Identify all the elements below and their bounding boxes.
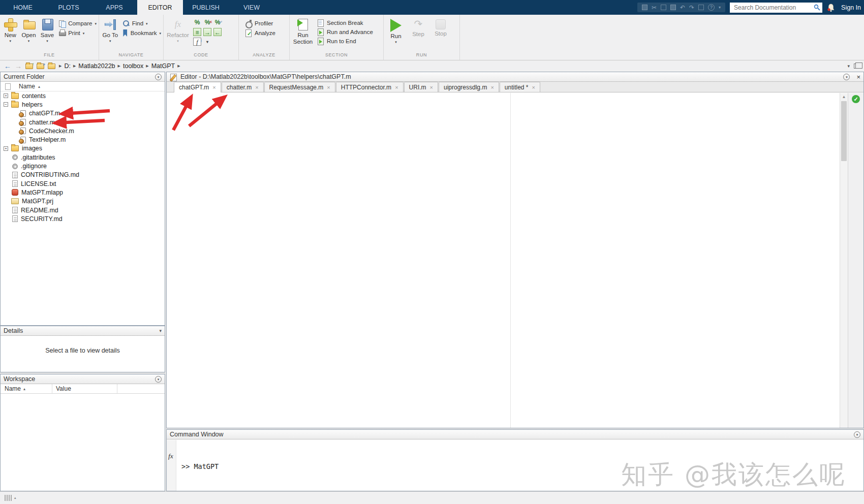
chevron-down-icon[interactable]: ▾ bbox=[159, 328, 162, 333]
tree-item[interactable]: chatGPT.m bbox=[1, 109, 165, 118]
profiler-button[interactable]: Profiler bbox=[245, 20, 275, 27]
run-button[interactable]: Run ▾ bbox=[385, 17, 407, 44]
tree-item[interactable]: +SECURITY.md bbox=[1, 214, 165, 223]
help-icon[interactable]: ? bbox=[708, 4, 715, 11]
notification-bell-icon[interactable] bbox=[827, 3, 835, 12]
scrollbar-thumb[interactable] bbox=[841, 101, 847, 161]
caret-down-icon[interactable]: ▾ bbox=[203, 38, 211, 46]
save-icon[interactable] bbox=[642, 5, 647, 10]
panel-menu-icon[interactable]: ▾ bbox=[155, 376, 162, 383]
redo-icon[interactable]: ↷ bbox=[689, 5, 694, 11]
stop-button[interactable]: Stop bbox=[429, 17, 452, 37]
tree-item[interactable]: +LICENSE.txt bbox=[1, 179, 165, 188]
tab-close-icon[interactable]: × bbox=[532, 84, 535, 90]
increase-indent-icon[interactable]: → bbox=[203, 28, 211, 36]
tree-item[interactable]: +contents bbox=[1, 91, 165, 100]
tree-item[interactable]: TextHelper.m bbox=[1, 135, 165, 144]
workspace-value-column-header[interactable]: Value bbox=[52, 384, 117, 393]
editor-tab[interactable]: RequestMessage.m× bbox=[264, 82, 335, 92]
panel-menu-icon[interactable]: ▾ bbox=[155, 74, 162, 80]
breadcrumb-segment[interactable]: Matlab2022b bbox=[78, 62, 115, 70]
tree-item[interactable]: +.gitattributes bbox=[1, 153, 165, 162]
tab-close-icon[interactable]: × bbox=[490, 84, 493, 90]
run-to-end-button[interactable]: Run to End bbox=[317, 38, 373, 45]
find-button[interactable]: Find ▾ bbox=[122, 20, 161, 27]
chevron-down-icon[interactable]: ▾ bbox=[847, 64, 850, 69]
tree-item[interactable]: +images bbox=[1, 144, 165, 153]
tab-apps[interactable]: APPS bbox=[91, 0, 137, 15]
decrease-indent-icon[interactable]: ← bbox=[213, 28, 222, 36]
tab-publish[interactable]: PUBLISH bbox=[183, 0, 229, 15]
goto-button[interactable]: Go To ▾ bbox=[100, 17, 120, 43]
tab-close-icon[interactable]: × bbox=[430, 84, 433, 90]
switch-window-icon[interactable] bbox=[698, 5, 704, 10]
sign-in-link[interactable]: Sign In bbox=[841, 4, 861, 11]
panel-menu-icon[interactable]: ▾ bbox=[843, 74, 850, 80]
browse-folder-icon[interactable]: ⌕ bbox=[37, 64, 44, 69]
new-button[interactable]: New ▾ bbox=[1, 17, 19, 43]
print-button[interactable]: Print ▾ bbox=[58, 29, 97, 37]
cut-icon[interactable]: ✂ bbox=[652, 5, 657, 11]
paste-icon[interactable] bbox=[670, 5, 676, 10]
save-button[interactable]: Save ▾ bbox=[38, 17, 56, 43]
breadcrumb-segment[interactable]: toolbox bbox=[122, 62, 144, 70]
analyze-button[interactable]: Analyze bbox=[245, 29, 275, 37]
breadcrumb-segment[interactable]: D: bbox=[64, 62, 71, 70]
tab-editor[interactable]: EDITOR bbox=[137, 0, 183, 15]
function-hints-icon[interactable]: fi bbox=[193, 38, 201, 46]
editor-tab[interactable]: HTTPConnector.m× bbox=[336, 82, 404, 92]
tree-item[interactable]: +CONTRIBUTING.md bbox=[1, 171, 165, 179]
tree-item[interactable]: +MatGPT.prj bbox=[1, 197, 165, 206]
panel-menu-icon[interactable]: ▾ bbox=[854, 431, 860, 438]
back-icon[interactable]: ← bbox=[4, 62, 11, 70]
editor-tab[interactable]: chatter.m× bbox=[222, 82, 264, 92]
editor-tab[interactable]: chatGPT.m× bbox=[174, 82, 221, 92]
breadcrumb-segment[interactable]: MatGPT bbox=[151, 62, 176, 70]
open-button[interactable]: Open ▾ bbox=[19, 17, 38, 43]
search-input[interactable] bbox=[733, 4, 814, 12]
layout-icon[interactable] bbox=[854, 64, 860, 69]
uncomment-icon[interactable]: %✕ bbox=[203, 18, 211, 26]
search-icon[interactable] bbox=[814, 4, 820, 11]
compare-button[interactable]: Compare ▾ bbox=[58, 20, 97, 27]
forward-icon[interactable]: → bbox=[15, 62, 22, 70]
tree-expander-icon[interactable]: + bbox=[4, 146, 8, 151]
tab-close-icon[interactable]: × bbox=[212, 84, 215, 90]
tree-item[interactable]: −helpers bbox=[1, 100, 165, 109]
code-analyzer-ok-icon[interactable]: ✓ bbox=[852, 95, 860, 103]
up-folder-icon[interactable]: ↑ bbox=[25, 64, 33, 69]
editor-vertical-scrollbar[interactable]: ▲ bbox=[840, 93, 848, 428]
statusbar-grip-icon[interactable]: ▴ bbox=[5, 495, 16, 501]
tree-item[interactable]: chatter.m bbox=[1, 118, 165, 127]
run-and-advance-button[interactable]: Run and Advance bbox=[317, 28, 373, 36]
name-column-header[interactable]: Name bbox=[19, 83, 35, 90]
fx-icon[interactable]: fx bbox=[168, 452, 173, 460]
step-button[interactable]: ↷ Step bbox=[407, 17, 429, 38]
tree-item[interactable]: +README.md bbox=[1, 206, 165, 214]
comment-icon[interactable]: % bbox=[193, 18, 201, 26]
tab-close-icon[interactable]: × bbox=[327, 84, 330, 90]
bookmark-button[interactable]: Bookmark ▾ bbox=[122, 29, 161, 37]
wrap-comments-icon[interactable]: %↵ bbox=[213, 18, 222, 26]
tree-item[interactable]: +MatGPT.mlapp bbox=[1, 188, 165, 197]
undo-icon[interactable]: ↶ bbox=[680, 5, 685, 11]
toolbar-dropdown-icon[interactable]: ▾ bbox=[719, 5, 721, 11]
tab-plots[interactable]: PLOTS bbox=[46, 0, 91, 15]
tab-close-icon[interactable]: × bbox=[395, 84, 398, 90]
tree-item[interactable]: CodeChecker.m bbox=[1, 127, 165, 135]
smart-indent-icon[interactable]: ≡ bbox=[193, 28, 201, 36]
workspace-name-column-header[interactable]: Name▴ bbox=[1, 384, 52, 393]
file-list-header[interactable]: Name ▴ bbox=[1, 82, 165, 91]
editor-tab[interactable]: uiprogressdlg.m× bbox=[439, 82, 499, 92]
scroll-up-icon[interactable]: ▲ bbox=[840, 93, 848, 100]
search-documentation-box[interactable] bbox=[730, 3, 822, 13]
tab-view[interactable]: VIEW bbox=[229, 0, 274, 15]
editor-tab[interactable]: URI.m× bbox=[404, 82, 438, 92]
copy-icon[interactable] bbox=[661, 5, 666, 10]
tree-expander-icon[interactable]: + bbox=[4, 93, 8, 98]
command-window[interactable]: fx >> MatGPT >> 知乎 @我该怎么呢 bbox=[167, 440, 863, 491]
run-section-button[interactable]: Run Section bbox=[291, 17, 315, 45]
tab-close-icon[interactable]: × bbox=[255, 84, 258, 90]
code-editor[interactable] bbox=[167, 93, 840, 428]
section-break-button[interactable]: Section Break bbox=[317, 19, 373, 26]
